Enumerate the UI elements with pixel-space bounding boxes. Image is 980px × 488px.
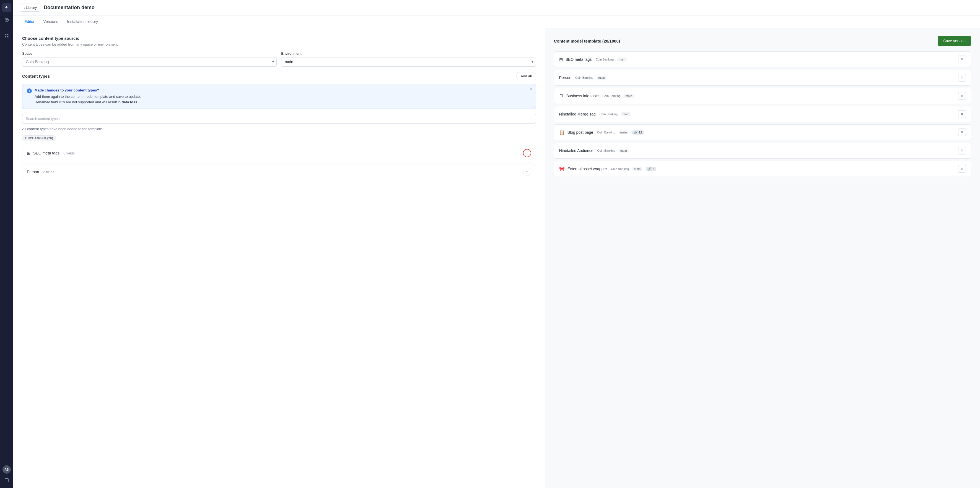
template-item-env: main bbox=[617, 57, 627, 61]
template-item-env: main bbox=[619, 130, 628, 134]
template-item-env: main bbox=[621, 112, 631, 116]
main-content: ‹ Library Documentation demo Editor Vers… bbox=[13, 0, 980, 488]
template-item-name: External asset wrapper bbox=[568, 166, 607, 171]
template-item-left: 📋 Blog post page Coin Banking main 🔗 12 bbox=[559, 130, 958, 135]
tab-installation-history[interactable]: Installation history bbox=[62, 16, 102, 28]
svg-point-0 bbox=[6, 7, 7, 8]
env-group: Environment main bbox=[281, 51, 536, 67]
template-item-env: main bbox=[619, 149, 628, 152]
info-icon: i bbox=[27, 89, 32, 93]
template-item-left: 🎀 External asset wrapper Coin Banking ma… bbox=[559, 166, 958, 172]
add-all-button[interactable]: Add all bbox=[517, 72, 536, 80]
add-content-type-button[interactable]: + bbox=[523, 149, 531, 157]
template-item-space: Coin Banking bbox=[596, 58, 614, 61]
svg-point-2 bbox=[6, 9, 7, 10]
search-input[interactable] bbox=[22, 114, 536, 124]
template-item: 🗒 Business info topic Coin Banking main … bbox=[554, 88, 971, 104]
template-item-icon: 🎀 bbox=[559, 166, 565, 172]
info-banner: i Made changes to your content types? Ad… bbox=[22, 84, 536, 109]
tab-editor[interactable]: Editor bbox=[20, 16, 39, 28]
remove-template-item-button[interactable]: × bbox=[958, 74, 966, 81]
svg-point-4 bbox=[8, 8, 8, 8]
apps-icon[interactable] bbox=[2, 31, 11, 40]
svg-rect-9 bbox=[5, 478, 9, 482]
template-item-name: Ninetailed Audience bbox=[559, 148, 593, 153]
template-item-icon: 🗒 bbox=[559, 93, 563, 98]
left-panel: Choose content type source: Content type… bbox=[13, 28, 545, 488]
all-added-text: All content types have been added to the… bbox=[22, 127, 536, 131]
expand-icon[interactable] bbox=[2, 476, 11, 485]
remove-template-item-button[interactable]: × bbox=[958, 147, 966, 154]
add-content-type-button[interactable]: + bbox=[523, 168, 531, 176]
template-item-links: 🔗 12 bbox=[632, 130, 644, 135]
template-item-name: Ninetailed Merge Tag bbox=[559, 112, 596, 116]
template-item-space: Coin Banking bbox=[611, 167, 629, 171]
content-type-name: Person bbox=[27, 170, 39, 174]
info-banner-line2-before: Renamed field ID's are not supported and… bbox=[35, 100, 122, 104]
source-section-desc: Content types can be added from any spac… bbox=[22, 42, 536, 46]
template-item: ⊞ SEO meta tags Coin Banking main × bbox=[554, 51, 971, 67]
grid-icon[interactable] bbox=[2, 3, 11, 12]
template-item-left: Ninetailed Audience Coin Banking main bbox=[559, 148, 958, 153]
template-item-env: main bbox=[624, 94, 634, 98]
svg-rect-6 bbox=[7, 34, 8, 35]
content-type-icon: ⊞ bbox=[27, 151, 30, 156]
template-item: Ninetailed Audience Coin Banking main × bbox=[554, 143, 971, 158]
sidebar: AS bbox=[0, 0, 13, 488]
template-item-name: SEO meta tags bbox=[566, 57, 592, 62]
info-banner-close-button[interactable]: × bbox=[530, 87, 532, 92]
cube-icon[interactable] bbox=[2, 16, 11, 24]
info-banner-line2: Renamed field ID's are not supported and… bbox=[35, 100, 531, 105]
svg-rect-7 bbox=[5, 36, 6, 37]
content-types-title: Content types bbox=[22, 74, 50, 78]
template-item-space: Coin Banking bbox=[597, 131, 615, 134]
tabs-bar: Editor Versions Installation history bbox=[13, 16, 980, 28]
content-type-fields: 2 fields bbox=[43, 170, 54, 174]
back-chevron-icon: ‹ bbox=[24, 6, 25, 10]
env-select[interactable]: main bbox=[281, 57, 536, 67]
template-item-name: Business info topic bbox=[566, 93, 599, 98]
content-type-item-left: Person 2 fields bbox=[27, 170, 54, 174]
back-label: Library bbox=[26, 6, 37, 10]
template-item-left: Person Coin Banking main bbox=[559, 75, 958, 80]
svg-rect-8 bbox=[7, 36, 8, 37]
header: ‹ Library Documentation demo bbox=[13, 0, 980, 16]
panels: Choose content type source: Content type… bbox=[13, 28, 980, 488]
template-item-env: main bbox=[632, 167, 642, 171]
template-item-links: 🔗 2 bbox=[646, 167, 656, 171]
info-banner-line2-after: . bbox=[137, 100, 138, 104]
remove-template-item-button[interactable]: × bbox=[958, 165, 966, 173]
remove-template-item-button[interactable]: × bbox=[958, 55, 966, 63]
svg-rect-5 bbox=[5, 34, 6, 35]
remove-template-item-button[interactable]: × bbox=[958, 128, 966, 136]
source-section-title: Choose content type source: bbox=[22, 36, 536, 41]
content-type-item: Person 2 fields + bbox=[22, 163, 536, 180]
right-panel-header: Content model template (20/1000) Save ve… bbox=[554, 36, 971, 46]
space-select-wrapper: Coin Banking bbox=[22, 57, 277, 67]
space-select[interactable]: Coin Banking bbox=[22, 57, 277, 67]
template-item: 📋 Blog post page Coin Banking main 🔗 12 … bbox=[554, 124, 971, 140]
template-item-name: Person bbox=[559, 75, 571, 80]
info-banner-title: Made changes to your content types? bbox=[35, 88, 531, 92]
svg-point-3 bbox=[5, 8, 6, 8]
form-row: Space Coin Banking Environment main bbox=[22, 51, 536, 67]
template-title: Content model template (20/1000) bbox=[554, 39, 620, 43]
remove-template-item-button[interactable]: × bbox=[958, 110, 966, 118]
remove-template-item-button[interactable]: × bbox=[958, 92, 966, 100]
info-banner-content: Made changes to your content types? Add … bbox=[35, 88, 531, 105]
content-types-header: Content types Add all bbox=[22, 72, 536, 80]
info-banner-bold: data loss bbox=[122, 100, 137, 104]
save-version-button[interactable]: Save version bbox=[938, 36, 971, 46]
right-panel: Content model template (20/1000) Save ve… bbox=[545, 28, 980, 488]
content-type-name: SEO meta tags bbox=[33, 151, 59, 155]
tab-versions[interactable]: Versions bbox=[39, 16, 63, 28]
unchanged-badge: UNCHANGED (20) bbox=[22, 135, 56, 141]
template-item: Person Coin Banking main × bbox=[554, 70, 971, 86]
template-item-left: 🗒 Business info topic Coin Banking main bbox=[559, 93, 958, 98]
avatar[interactable]: AS bbox=[3, 465, 11, 474]
env-label: Environment bbox=[281, 51, 536, 55]
template-item-left: ⊞ SEO meta tags Coin Banking main bbox=[559, 57, 958, 62]
back-button[interactable]: ‹ Library bbox=[20, 3, 40, 12]
template-item-icon: ⊞ bbox=[559, 57, 563, 62]
content-type-fields: 8 fields bbox=[64, 151, 75, 155]
